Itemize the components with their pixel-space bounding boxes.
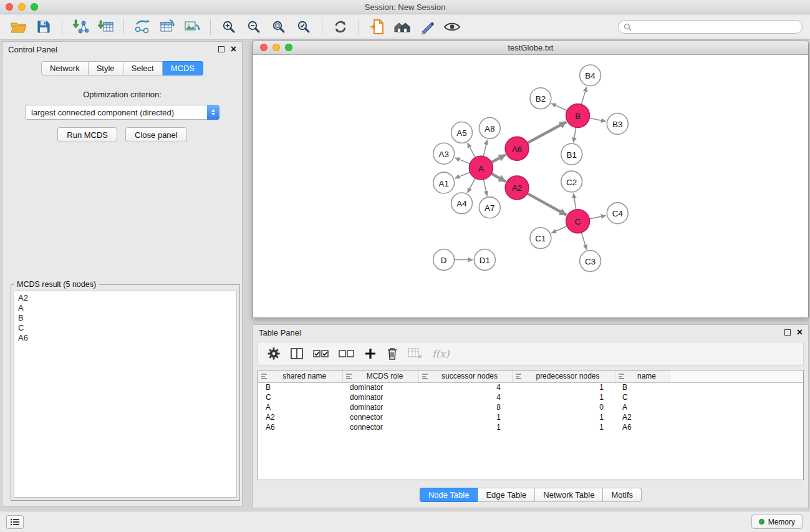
close-panel-icon[interactable]: × [231,44,236,54]
graph-node-B1[interactable]: B1 [561,143,582,165]
table-cell[interactable]: 1 [418,412,512,422]
network-canvas[interactable]: AA1A2A3A4A5A6A7A8BB1B2B3B4CC1C2C3C4DD1 [253,55,808,317]
graph-node-A6[interactable]: A6 [505,137,529,160]
function-builder-button[interactable]: f(x) [432,348,449,360]
graph-edge-B-B2[interactable] [551,104,567,111]
column-header[interactable]: successor nodes [418,370,512,382]
graph-edge-A-A3[interactable] [455,158,470,163]
table-cell[interactable]: A [258,402,342,412]
graph-node-C4[interactable]: C4 [607,203,628,224]
show-panel-list-button[interactable] [6,515,24,529]
network-close-button[interactable] [260,44,268,51]
apply-layout-button[interactable] [329,17,352,37]
graph-node-B3[interactable]: B3 [607,114,628,135]
column-visibility-button[interactable] [290,347,304,360]
table-cell[interactable]: A6 [615,422,670,432]
search-box[interactable] [618,20,803,34]
graph-node-A[interactable]: A [469,156,493,180]
table-cell[interactable]: 1 [512,412,615,422]
search-input[interactable] [635,22,797,32]
table-row[interactable]: A2connector11A2 [258,412,803,422]
delete-table-button[interactable] [408,347,423,360]
network-minimize-button[interactable] [272,44,280,51]
graph-edge-C-C4[interactable] [589,216,606,219]
table-cell[interactable]: dominator [342,382,418,392]
tab-node-table[interactable]: Node Table [420,488,478,502]
zoom-out-button[interactable] [243,17,265,37]
document-export-button[interactable] [366,17,388,37]
select-all-button[interactable] [313,348,329,359]
zoom-fit-button[interactable] [268,17,290,37]
close-table-panel-icon[interactable]: × [797,327,803,337]
graph-edge-A6-B[interactable] [528,122,567,143]
table-cell[interactable]: 1 [512,382,615,392]
graph-node-D1[interactable]: D1 [474,249,495,271]
table-cell[interactable]: A6 [258,422,342,432]
graph-node-C[interactable]: C [566,210,590,233]
graph-node-A3[interactable]: A3 [433,143,455,164]
import-network-button[interactable] [69,17,92,37]
import-table-button[interactable] [94,17,117,37]
float-table-panel-icon[interactable] [784,329,791,336]
pen-style-button[interactable] [416,17,438,37]
mcds-result-item[interactable]: A2 [18,293,233,303]
zoom-in-button[interactable] [218,17,240,37]
tab-network[interactable]: Network [41,61,89,75]
save-session-button[interactable] [32,17,55,37]
table-cell[interactable]: 4 [418,382,512,392]
table-settings-button[interactable] [267,347,281,360]
graph-node-A7[interactable]: A7 [479,197,500,218]
graph-node-A1[interactable]: A1 [433,172,455,193]
table-cell[interactable]: B [615,382,670,392]
graph-node-A2[interactable]: A2 [505,176,529,200]
graph-node-C1[interactable]: C1 [530,228,551,249]
column-header[interactable]: name [615,370,670,382]
network-zoom-button[interactable] [285,44,292,51]
table-cell[interactable]: dominator [342,402,418,412]
zoom-selected-button[interactable] [292,17,315,37]
graph-edge-A-A5[interactable] [468,143,476,157]
deselect-all-button[interactable] [339,348,355,359]
graph-edge-C-C3[interactable] [581,233,587,250]
new-network-button[interactable] [131,17,153,37]
close-window-button[interactable] [6,3,13,11]
graph-node-C2[interactable]: C2 [561,171,582,192]
table-cell[interactable]: 0 [512,402,615,412]
delete-column-button[interactable] [386,347,398,360]
network-svg[interactable]: AA1A2A3A4A5A6A7A8BB1B2B3B4CC1C2C3C4DD1 [253,55,808,317]
column-header[interactable]: predecessor nodes [512,370,615,382]
minimize-window-button[interactable] [18,3,26,11]
add-column-button[interactable] [364,347,377,360]
run-mcds-button[interactable]: Run MCDS [57,127,117,142]
graph-node-B2[interactable]: B2 [530,88,551,109]
tab-network-table[interactable]: Network Table [535,488,603,502]
tab-mcds[interactable]: MCDS [163,61,203,75]
table-row[interactable]: Adominator80A [258,402,803,412]
show-hide-graphics-button[interactable] [441,17,463,37]
column-header[interactable]: MCDS role [342,370,418,382]
table-cell[interactable]: 1 [512,422,615,432]
graph-edge-C-C1[interactable] [551,226,567,233]
zoom-window-button[interactable] [31,3,38,11]
graph-edge-B-B4[interactable] [581,87,587,104]
criterion-dropdown[interactable]: largest connected component (directed) [25,105,219,120]
table-cell[interactable]: A [615,402,670,412]
table-cell[interactable]: C [615,392,670,402]
graph-edge-A-A7[interactable] [483,180,487,196]
graph-node-A8[interactable]: A8 [479,118,500,139]
table-row[interactable]: Bdominator41B [258,382,803,392]
graph-node-D[interactable]: D [433,249,455,271]
table-cell[interactable]: connector [342,412,418,422]
mcds-result-list[interactable]: A2ABCA6 [14,291,237,498]
graph-node-B[interactable]: B [566,104,590,128]
new-table-button[interactable] [156,17,178,37]
table-cell[interactable]: 4 [418,392,512,402]
table-cell[interactable]: C [258,392,342,402]
graph-edge-C-C2[interactable] [574,193,576,210]
export-image-button[interactable] [181,17,203,37]
graph-node-B4[interactable]: B4 [580,65,601,86]
table-cell[interactable]: dominator [342,392,418,402]
tab-style[interactable]: Style [89,61,123,75]
tab-select[interactable]: Select [123,61,163,75]
column-header[interactable]: shared name [258,370,342,382]
